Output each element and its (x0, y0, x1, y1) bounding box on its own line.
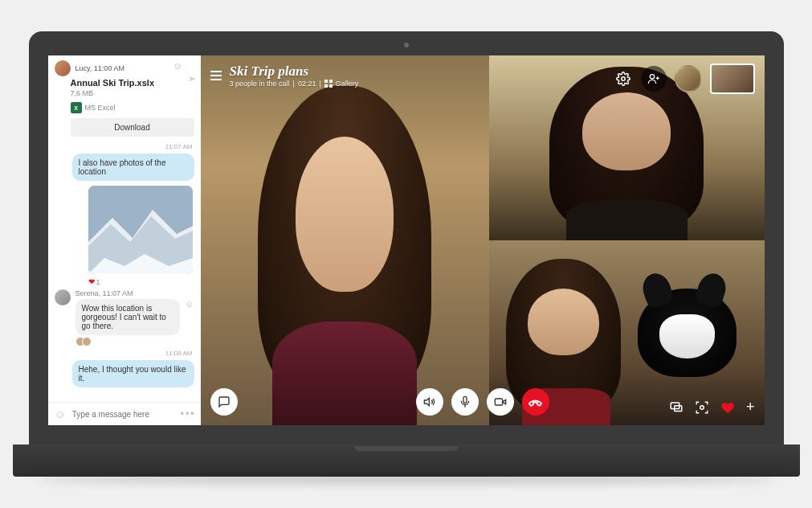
react-icon[interactable]: ☺ (173, 60, 182, 72)
reaction-count: 1 (96, 278, 100, 286)
message-row: Serena, 11:07 AM Wow this location is go… (48, 288, 201, 348)
message-input[interactable] (72, 410, 174, 419)
snapshot-icon[interactable] (695, 400, 709, 415)
sender-time-text: 11:00 AM (94, 64, 124, 72)
file-size: 7,6 MB (71, 89, 194, 97)
sender-time-text: 11:07 AM (103, 289, 133, 297)
message-header: Lucy, 11:00 AM ☺ ➣ (48, 55, 201, 78)
incoming-message[interactable]: Wow this location is gorgeous! I can't w… (75, 299, 180, 335)
outgoing-message[interactable]: I also have photos of the location (72, 154, 194, 181)
laptop-frame: Lucy, 11:00 AM ☺ ➣ Annual Ski Trip.xslx … (29, 31, 784, 477)
svg-point-8 (621, 77, 625, 81)
speaker-button[interactable] (416, 388, 443, 416)
bottom-left-controls (210, 388, 238, 416)
more-icon[interactable]: ••• (181, 408, 196, 420)
bottom-right-controls: + (669, 399, 755, 416)
bottom-center-controls (416, 388, 549, 416)
svg-point-19 (700, 405, 704, 409)
side-video-column (489, 55, 764, 425)
avatar[interactable] (55, 289, 71, 305)
sender-name-text: Lucy (75, 64, 90, 72)
settings-icon[interactable] (614, 69, 633, 88)
file-type-row: X MS Excel (71, 102, 194, 113)
svg-rect-13 (463, 396, 467, 403)
reaction-heart-icon[interactable] (720, 400, 735, 415)
timestamp: 11:08 AM (48, 348, 201, 358)
sender-name: Lucy, 11:00 AM (75, 64, 124, 72)
emoji-picker-icon[interactable]: ☺ (55, 408, 66, 420)
open-chat-button[interactable] (210, 388, 238, 416)
avatar[interactable] (55, 60, 71, 76)
svg-rect-4 (324, 80, 328, 83)
self-view[interactable] (710, 63, 755, 94)
end-call-button[interactable] (522, 388, 549, 416)
react-icon[interactable]: ☺ (185, 299, 194, 309)
sender-name: Serena, 11:07 AM (75, 289, 194, 297)
sender-name-text: Serena (75, 289, 99, 297)
camera-dot-icon (404, 43, 409, 47)
reaction-row[interactable]: ❤ 1 (48, 277, 201, 288)
add-participant-icon[interactable] (641, 66, 667, 92)
laptop-bezel: Lucy, 11:00 AM ☺ ➣ Annual Ski Trip.xslx … (29, 31, 784, 444)
svg-rect-6 (324, 84, 328, 88)
photo-attachment[interactable] (88, 186, 193, 274)
share-screen-icon[interactable] (669, 400, 683, 415)
forward-icon[interactable]: ➣ (188, 73, 196, 84)
chat-panel: Lucy, 11:00 AM ☺ ➣ Annual Ski Trip.xslx … (48, 55, 201, 425)
laptop-base (13, 444, 800, 477)
menu-icon[interactable] (210, 71, 222, 80)
reactor-avatars[interactable] (75, 337, 194, 346)
svg-marker-12 (424, 398, 429, 405)
call-layout: Gallery (336, 80, 359, 88)
file-type: MS Excel (85, 104, 116, 112)
excel-icon: X (71, 102, 82, 113)
video-call-area: Ski Trip plans 3 people in the call | 02… (201, 55, 765, 425)
microphone-button[interactable] (451, 388, 479, 416)
add-icon[interactable]: + (746, 399, 755, 416)
main-video-tile[interactable] (201, 55, 490, 425)
svg-point-9 (650, 75, 654, 79)
svg-rect-5 (329, 80, 333, 83)
heart-icon: ❤ (88, 277, 95, 286)
svg-rect-7 (329, 84, 333, 88)
call-duration: 02:21 (298, 80, 316, 88)
app-screen: Lucy, 11:00 AM ☺ ➣ Annual Ski Trip.xslx … (48, 55, 765, 425)
grid-icon (324, 80, 333, 88)
file-name: Annual Ski Trip.xslx (71, 78, 194, 88)
download-button[interactable]: Download (71, 118, 194, 137)
camera-button[interactable] (487, 388, 514, 416)
call-top-controls (614, 63, 755, 94)
timestamp: 11:07 AM (48, 141, 201, 152)
outgoing-message[interactable]: Hehe, I thought you would like it. (72, 360, 194, 387)
message-composer: ☺ ••• (48, 402, 201, 425)
svg-rect-15 (495, 399, 502, 405)
file-attachment[interactable]: Annual Ski Trip.xslx 7,6 MB X MS Excel D… (71, 78, 194, 137)
participant-thumbnail[interactable] (675, 65, 702, 92)
call-people: 3 people in the call (230, 80, 290, 88)
